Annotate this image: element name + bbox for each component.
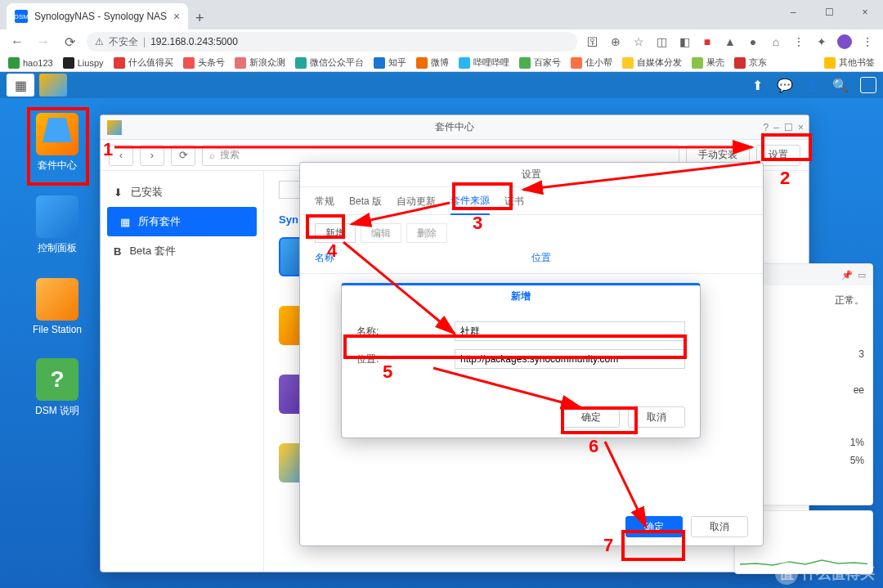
desktop-icon-file-station[interactable]: File Station	[25, 278, 90, 335]
package-center-icon	[36, 113, 78, 155]
translate-icon[interactable]: ⊕	[608, 34, 623, 49]
ext-icon[interactable]: ◫	[654, 34, 669, 49]
ext-icon[interactable]: ⌂	[769, 34, 783, 49]
expand-icon[interactable]: ▭	[858, 270, 866, 281]
settings-tabs: 常规 Beta 版 自动更新 套件来源 证书	[300, 187, 763, 215]
icon-label: File Station	[33, 324, 82, 335]
window-close-icon[interactable]: ×	[847, 0, 883, 25]
tab-title: SynologyNAS - Synology NAS	[34, 11, 167, 22]
new-tab-button[interactable]: +	[188, 7, 211, 29]
settings-ok-button[interactable]: 确定	[625, 516, 683, 537]
unsafe-icon: ⚠	[95, 36, 104, 47]
profile-avatar[interactable]	[837, 34, 852, 49]
browser-tab[interactable]: DSM SynologyNAS - Synology NAS ×	[7, 3, 188, 29]
tab-certificate[interactable]: 证书	[504, 187, 524, 215]
add-ok-button[interactable]: 确定	[563, 406, 620, 428]
delete-source-button[interactable]: 删除	[406, 223, 447, 243]
add-source-button[interactable]: 新增	[315, 223, 356, 243]
dsm-taskbar: ▦ ⬆ 💬 👤 🔍	[0, 72, 883, 98]
sidebar-item-label: 已安装	[131, 185, 163, 200]
control-panel-icon	[36, 195, 78, 238]
tab-package-sources[interactable]: 套件来源	[450, 187, 490, 215]
col-name: 名称	[315, 251, 531, 273]
desktop-icon-dsm-help[interactable]: ? DSM 说明	[25, 358, 90, 418]
maximize-icon[interactable]: ☐	[784, 122, 793, 133]
tab-auto-update[interactable]: 自动更新	[397, 187, 436, 215]
view-grid-toggle[interactable]	[279, 181, 300, 199]
refresh-button[interactable]: ⟳	[171, 145, 195, 166]
bookmark-item[interactable]: 其他书签	[824, 56, 875, 69]
bookmark-item[interactable]: 住小帮	[571, 56, 612, 69]
back-icon[interactable]: ←	[8, 33, 26, 51]
grid-icon: ▦	[15, 78, 27, 93]
menu-icon[interactable]: ⋮	[860, 34, 875, 49]
extensions-icon[interactable]: ✦	[814, 34, 829, 49]
sidebar-item-label: 所有套件	[138, 214, 181, 229]
ext-icon[interactable]: ◧	[677, 34, 692, 49]
dsm-desktop: ▦ ⬆ 💬 👤 🔍 套件中心 控制面板 File Station ? DSM 说…	[0, 72, 883, 588]
watermark: 值 什么值得买	[775, 562, 875, 585]
user-icon[interactable]: 👤	[805, 77, 821, 93]
bookmark-item[interactable]: 微信公众平台	[295, 56, 364, 69]
bookmark-item[interactable]: 哔哩哔哩	[459, 56, 509, 69]
favicon-icon: DSM	[15, 10, 28, 23]
nav-forward-button[interactable]: ›	[140, 145, 164, 166]
widgets-toggle[interactable]	[860, 77, 876, 93]
add-source-dialog: 新增 名称: 位置: 确定 取消	[341, 283, 701, 438]
desktop-icon-package-center[interactable]: 套件中心	[25, 113, 90, 173]
search-icon[interactable]: 🔍	[832, 77, 849, 93]
ext-icon[interactable]: ▲	[723, 34, 737, 49]
sidebar-item-label: Beta 套件	[129, 244, 175, 258]
bookmark-item[interactable]: 微博	[416, 56, 449, 69]
add-cancel-button[interactable]: 取消	[628, 406, 685, 428]
tab-general[interactable]: 常规	[315, 187, 334, 215]
settings-cancel-button[interactable]: 取消	[691, 516, 748, 537]
url-box[interactable]: ⚠ 不安全 | 192.168.0.243:5000	[87, 32, 577, 52]
bookmark-item[interactable]: hao123	[8, 57, 53, 69]
taskbar-app-package-center[interactable]	[39, 74, 67, 97]
ext-icon[interactable]: ⋮	[791, 34, 806, 49]
window-titlebar[interactable]: 套件中心 ? – ☐ ×	[101, 115, 809, 140]
star-icon[interactable]: ☆	[631, 34, 646, 49]
key-icon[interactable]: ⚿	[585, 34, 600, 49]
close-icon[interactable]: ×	[798, 122, 804, 133]
sidebar-item-beta[interactable]: B Beta 套件	[101, 236, 263, 266]
icon-label: DSM 说明	[35, 404, 79, 418]
pin-icon[interactable]: ?	[764, 122, 769, 133]
bookmark-item[interactable]: 新浪众测	[235, 56, 285, 69]
ext-icon[interactable]: ■	[700, 34, 715, 49]
ext-icon[interactable]: ●	[746, 34, 760, 49]
reload-icon[interactable]: ⟳	[61, 33, 78, 51]
taskbar-main-menu[interactable]: ▦	[7, 74, 34, 97]
window-minimize-icon[interactable]: –	[775, 0, 811, 25]
bookmark-item[interactable]: 头条号	[183, 56, 225, 69]
bookmark-item[interactable]: Liuspy	[63, 57, 104, 69]
bookmark-item[interactable]: 百家号	[519, 56, 561, 69]
edit-source-button[interactable]: 编辑	[361, 223, 401, 243]
bookmark-item[interactable]: 什么值得买	[114, 56, 173, 69]
window-maximize-icon[interactable]: ☐	[811, 0, 847, 25]
pin-icon[interactable]: 📌	[841, 270, 853, 281]
col-location: 位置	[531, 251, 748, 273]
grid-icon: ▦	[120, 216, 130, 228]
sidebar-item-all-packages[interactable]: ▦ 所有套件	[107, 207, 257, 236]
search-icon: ⌕	[209, 150, 215, 161]
nav-back-button[interactable]: ‹	[109, 145, 133, 166]
bookmark-item[interactable]: 京东	[734, 56, 767, 69]
close-tab-icon[interactable]: ×	[173, 10, 180, 23]
bookmark-item[interactable]: 自媒体分发	[622, 56, 682, 69]
minimize-icon[interactable]: –	[773, 122, 779, 133]
location-input[interactable]	[455, 349, 685, 369]
name-input[interactable]	[455, 321, 685, 341]
chat-icon[interactable]: 💬	[777, 77, 793, 93]
bookmark-item[interactable]: 果壳	[692, 56, 724, 69]
tab-beta[interactable]: Beta 版	[349, 187, 382, 215]
package-center-sidebar: ⬇ 已安装 ▦ 所有套件 B Beta 套件	[101, 171, 264, 572]
sidebar-item-installed[interactable]: ⬇ 已安装	[101, 177, 263, 207]
window-title: 套件中心	[435, 120, 474, 134]
bookmark-item[interactable]: 知乎	[374, 56, 406, 69]
desktop-icon-control-panel[interactable]: 控制面板	[25, 195, 90, 255]
search-placeholder: 搜索	[220, 148, 240, 162]
upload-icon[interactable]: ⬆	[749, 77, 765, 93]
forward-icon[interactable]: →	[34, 33, 52, 51]
